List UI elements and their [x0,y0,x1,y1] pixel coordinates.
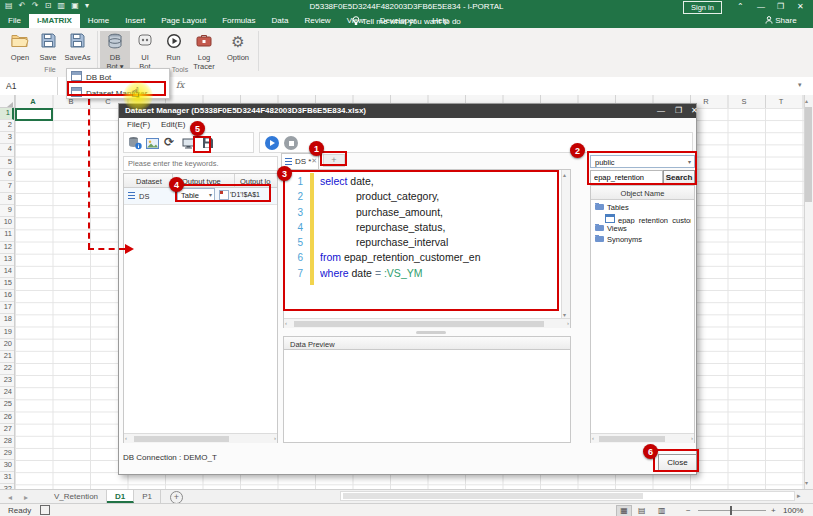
row-header-29[interactable]: 29 [0,448,14,460]
schema-dropdown[interactable]: public ▾ [590,155,695,168]
maximize-window-icon[interactable]: ❐ [777,2,784,11]
object-tree[interactable]: Tablesepap_retention_customer_enViewsSyn… [595,203,691,245]
selected-cell-a1[interactable] [15,108,53,121]
option-button[interactable]: ⚙ Option [221,31,255,75]
zoom-out-icon[interactable]: − [686,506,691,515]
macro-record-icon[interactable] [40,505,50,515]
scroll-right-icon[interactable]: › [691,435,693,441]
row-header-14[interactable]: 14 [0,266,14,278]
close-window-icon[interactable]: ✕ [797,2,804,11]
zoom-in-icon[interactable]: + [771,506,776,515]
row-header-12[interactable]: 12 [0,242,14,254]
close-tab-icon[interactable]: ✕ [311,157,317,165]
horizontal-scrollbar-thumb[interactable] [343,493,643,499]
output-location-value[interactable]: 'D1'!$A$1 [230,191,260,198]
scroll-up-icon[interactable]: ▴ [563,171,566,178]
ribbon-tab-data[interactable]: Data [264,14,297,28]
row-header-23[interactable]: 23 [0,375,14,387]
row-header-20[interactable]: 20 [0,339,14,351]
sql-code-line[interactable]: select date, [320,174,560,189]
column-header-S[interactable]: S [741,97,746,106]
splitter-grip[interactable] [416,331,446,334]
sql-code-line[interactable]: where date = :VS_YM [320,266,560,281]
row-header-30[interactable]: 30 [0,460,14,472]
sheet-nav-right-icon[interactable]: ▸ [24,493,28,502]
formula-input[interactable] [195,78,799,95]
row-header-31[interactable]: 31 [0,472,14,484]
scroll-right-icon[interactable]: › [274,435,276,441]
vertical-scrollbar-thumb[interactable] [805,107,812,202]
output-type-combo[interactable]: Table ▾ [177,188,215,202]
sheet-tab-d1[interactable]: D1 [107,490,134,503]
ribbon-tab-formulas[interactable]: Formulas [214,14,263,28]
sql-code-line[interactable]: product_category, [320,189,560,204]
row-header-24[interactable]: 24 [0,387,14,399]
ribbon-tab-review[interactable]: Review [296,14,338,28]
row-header-10[interactable]: 10 [0,217,14,229]
view-page-break-icon[interactable]: ▥ [658,506,666,515]
share-button[interactable]: Share [765,16,797,25]
formula-bar-expand-icon[interactable]: ▾ [798,81,802,89]
ribbon-tab-page-layout[interactable]: Page Layout [153,14,214,28]
tell-me-box[interactable]: Tell me what you want to do [352,16,461,26]
history-icon[interactable]: ⟳ [164,135,174,149]
tree-item-epap_retention_customer_en[interactable]: epap_retention_customer_en [595,214,691,225]
dialog-menu-edit[interactable]: Edit(E) [161,120,185,129]
zoom-level[interactable]: 100% [783,506,803,515]
row-header-9[interactable]: 9 [0,205,14,217]
ribbon-tab-i-matrix[interactable]: i-MATRIX [29,14,80,28]
dataset-panel-hscroll-thumb[interactable] [134,436,229,442]
row-header-8[interactable]: 8 [0,193,14,205]
sheet-tab-p1[interactable]: P1 [134,490,161,503]
sql-code[interactable]: select date,product_category,purchase_am… [320,170,560,322]
row-header-2[interactable]: 2 [0,120,14,132]
scroll-left-icon[interactable]: ‹ [125,435,127,441]
scroll-right-icon[interactable]: › [567,320,569,326]
row-header-25[interactable]: 25 [0,399,14,411]
tree-item-views[interactable]: Views [595,224,691,235]
stop-query-icon[interactable] [284,136,298,150]
object-panel-hscrollbar[interactable]: ‹ › [591,433,694,443]
search-button[interactable]: Search [663,170,695,184]
sql-code-line[interactable]: from epap_retention_customer_en [320,250,560,265]
scroll-up-icon[interactable]: ▴ [805,97,808,104]
row-header-21[interactable]: 21 [0,351,14,363]
scroll-down-icon[interactable]: ▾ [805,479,808,486]
dialog-close-icon[interactable]: ✕ [691,106,698,115]
dialog-maximize-icon[interactable]: ❐ [675,106,682,115]
ribbon-tab-file[interactable]: File [0,14,29,28]
row-header-17[interactable]: 17 [0,302,14,314]
sql-code-line[interactable]: purchase_amount, [320,205,560,220]
sheet-nav-left-icon[interactable]: ◂ [8,493,12,502]
ribbon-tab-insert[interactable]: Insert [117,14,153,28]
sql-code-line[interactable]: repurchase_status, [320,220,560,235]
image-icon[interactable] [146,138,159,151]
row-header-7[interactable]: 7 [0,181,14,193]
sql-editor-vscrollbar[interactable]: ▴ ▾ [561,170,570,319]
monitor-icon[interactable] [182,138,195,151]
menu-item-db-bot[interactable]: DB Bot [67,69,169,85]
close-button[interactable]: Close [658,454,697,471]
minimize-window-icon[interactable]: — [757,2,765,11]
run-query-icon[interactable] [265,136,279,150]
row-header-18[interactable]: 18 [0,314,14,326]
scroll-down-icon[interactable]: ▾ [563,311,566,318]
zoom-slider-thumb[interactable] [730,506,732,515]
scroll-left-icon[interactable]: ‹ [592,435,594,441]
name-box[interactable]: A1 [0,77,58,95]
object-tree-header[interactable]: Object Name [591,186,694,200]
sheet-tab-v_retention[interactable]: V_Retention [46,490,107,503]
dataset-panel-hscrollbar[interactable]: ‹ › [124,433,277,443]
view-normal-icon[interactable]: ▦ [616,505,632,516]
column-header-T[interactable]: T [779,97,784,106]
column-header-R[interactable]: R [703,97,708,106]
tree-item-tables[interactable]: Tables [595,203,691,214]
row-numbers[interactable]: 1234567891011121314151617181920212223242… [0,108,15,489]
row-header-4[interactable]: 4 [0,144,14,156]
dialog-minimize-icon[interactable]: — [657,106,665,115]
sign-in-button[interactable]: Sign in [683,1,722,14]
row-header-3[interactable]: 3 [0,132,14,144]
row-header-15[interactable]: 15 [0,278,14,290]
db-info-icon[interactable] [128,136,142,152]
sql-editor[interactable]: 1234567 select date,product_category,pur… [283,169,571,328]
